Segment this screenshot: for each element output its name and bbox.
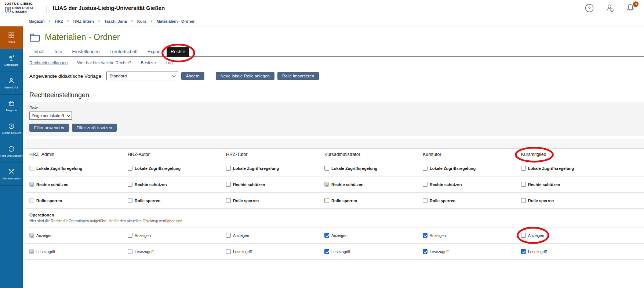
permission-label: Lokale Zugriffsregelung — [36, 166, 82, 171]
permission-label: Rolle sperren — [331, 198, 357, 203]
permission-label: Anzeigen — [430, 233, 446, 238]
checkbox-anzeigen-kursadministrator[interactable] — [324, 233, 329, 238]
checkbox-lesezugriff-kurstutor[interactable] — [423, 249, 427, 254]
subtab-wer-hat-hier-welche-rechte[interactable]: Wer hat hier welche Rechte? — [77, 61, 131, 65]
filter-apply-button[interactable]: Filter anwenden — [29, 124, 69, 132]
checkbox-group: Lokale Zugriffsregelung — [29, 166, 82, 171]
checkbox-lesezugriff-kursmitglied[interactable] — [521, 249, 526, 254]
permission-row-lesezugriff: LesezugriffLesezugriffLesezugriffLesezug… — [26, 244, 644, 260]
sidebar-item-magazin[interactable]: Magazin — [0, 95, 23, 117]
filter-reset-button[interactable]: Filter zurücksetzen — [72, 124, 117, 132]
checkbox-rolle-sperren-kurstutor[interactable] — [423, 198, 427, 203]
tab-label: Export — [148, 49, 161, 54]
tab-inhalt[interactable]: Inhalt — [29, 47, 49, 56]
tab-label: Info — [55, 49, 62, 54]
tab-lernfortschritt[interactable]: Lernfortschritt — [106, 47, 142, 56]
permission-row-anzeigen: AnzeigenAnzeigenAnzeigenAnzeigenAnzeigen… — [26, 227, 644, 244]
permission-cell: Lesezugriff — [128, 249, 226, 254]
change-template-button[interactable]: Ändern — [181, 72, 204, 80]
sidebar-item-label: Dashboard — [4, 63, 18, 66]
checkbox-group: Anzeigen — [521, 233, 544, 238]
checkbox-rechte-schützen-hrz-tutor[interactable] — [226, 182, 231, 187]
sidebar-item-administration[interactable]: Administration — [0, 163, 23, 186]
role-header-hrz-admin: HRZ_Admin — [29, 152, 54, 157]
checkbox-lesezugriff-hrz-autor[interactable] — [128, 249, 132, 254]
checkbox-lokale-zugriffsregelung-kurstutor[interactable] — [423, 166, 427, 171]
checkbox-group: Lokale Zugriffsregelung — [521, 166, 574, 171]
new-local-role-button[interactable]: Neue lokale Rolle anlegen — [216, 72, 274, 80]
checkbox-rechte-schützen-hrz-autor[interactable] — [128, 182, 132, 187]
breadcrumb-item-magazin[interactable]: Magazin — [29, 19, 44, 23]
checkbox-group: Lesezugriff — [226, 249, 252, 254]
checkbox-rechte-schützen-hrz-admin — [29, 182, 34, 187]
sidebar-item-zuletzt-besucht[interactable]: Zuletzt besucht — [0, 117, 23, 140]
sidebar-item-label: Tools — [8, 40, 15, 44]
checkbox-group: Lesezugriff — [324, 249, 350, 254]
folder-icon — [29, 33, 40, 42]
user-account-icon[interactable] — [605, 3, 615, 13]
permission-label: Lokale Zugriffsregelung — [233, 166, 279, 171]
breadcrumb-separator: > — [150, 19, 153, 23]
permission-cell: Rolle sperren — [29, 198, 128, 203]
checkbox-rolle-sperren-hrz-admin — [29, 198, 34, 203]
subtab-log[interactable]: Log — [165, 61, 172, 65]
checkbox-rechte-schützen-kursmitglied[interactable] — [521, 182, 526, 187]
permission-label: Rechte schützen — [528, 182, 560, 187]
app-title: ILIAS der Justus-Liebig-Universität Gieß… — [53, 5, 165, 11]
checkbox-anzeigen-kursmitglied[interactable] — [521, 233, 526, 238]
help-icon[interactable]: ? — [585, 3, 594, 13]
checkbox-group: Rechte schützen — [128, 182, 167, 187]
permission-cell: Rolle sperren — [226, 198, 324, 203]
notifications-bell-icon[interactable]: 3 — [626, 3, 635, 13]
breadcrumb-item-hrz-intern[interactable]: HRZ Intern — [73, 19, 94, 23]
subtab-rechteeinstellungen[interactable]: Rechteeinstellungen — [29, 61, 68, 65]
permission-label: Rolle sperren — [135, 198, 160, 203]
checkbox-anzeigen-hrz-autor[interactable] — [128, 233, 132, 238]
university-shield-icon — [5, 7, 11, 14]
sidebar-item-dashboard[interactable]: Dashboard — [0, 49, 23, 72]
checkbox-lokale-zugriffsregelung-kursmitglied[interactable] — [521, 166, 526, 171]
permission-label: Anzeigen — [135, 233, 151, 238]
role-filter-select[interactable]: Zeige nur lokale Rolle — [29, 112, 72, 120]
tab-einstellungen[interactable]: Einstellungen — [68, 47, 103, 56]
sidebar-item-tools[interactable]: Tools — [0, 26, 23, 49]
breadcrumb-item-kurs[interactable]: Kurs — [137, 19, 146, 23]
subtab-besitzer[interactable]: Besitzer — [141, 61, 156, 65]
checkbox-rolle-sperren-hrz-tutor[interactable] — [226, 198, 231, 203]
role-header-row: HRZ_AdminHRZ-AutorHRZ-TutorKursadministr… — [26, 148, 644, 160]
permission-cell: Anzeigen — [423, 233, 521, 238]
permission-label: Lokale Zugriffsregelung — [331, 166, 377, 171]
tab-info[interactable]: Info — [51, 47, 66, 56]
checkbox-anzeigen-hrz-tutor[interactable] — [226, 233, 231, 238]
checkbox-lesezugriff-hrz-tutor[interactable] — [226, 249, 231, 254]
permission-cell: Rolle sperren — [521, 198, 644, 203]
permission-cell: Rechte schützen — [128, 182, 226, 187]
checkbox-lokale-zugriffsregelung-hrz-tutor[interactable] — [226, 166, 231, 171]
import-role-button[interactable]: Rolle importieren — [277, 72, 319, 80]
checkbox-rolle-sperren-kursmitglied[interactable] — [521, 198, 526, 203]
permission-cell: Anzeigen — [521, 233, 644, 238]
checkbox-lesezugriff-kursadministrator[interactable] — [324, 249, 329, 254]
didactic-template-select[interactable]: Standard — [106, 72, 178, 80]
breadcrumb-item-tasch-jana[interactable]: Tasch, Jana — [104, 19, 127, 23]
breadcrumb-item-hrz[interactable]: HRZ — [55, 19, 63, 23]
checkbox-rolle-sperren-kursadministrator[interactable] — [324, 198, 329, 203]
sidebar-item-hilfe-und-support[interactable]: ?Hilfe und Support — [0, 140, 23, 163]
checkbox-rechte-schützen-kurstutor[interactable] — [423, 182, 427, 187]
checkbox-anzeigen-kurstutor[interactable] — [423, 233, 427, 238]
checkbox-group: Lesezugriff — [423, 249, 448, 254]
permission-cell: Lesezugriff — [521, 249, 644, 254]
checkbox-group: Rechte schützen — [521, 182, 560, 187]
permission-cell: Rolle sperren — [128, 198, 226, 203]
checkbox-group: Lesezugriff — [128, 249, 153, 254]
checkbox-rolle-sperren-hrz-autor[interactable] — [128, 198, 132, 203]
sidebar-item-mein-ilias[interactable]: Mein ILIAS — [0, 72, 23, 95]
tab-rechte[interactable]: Rechte — [167, 47, 189, 56]
checkbox-lokale-zugriffsregelung-hrz-autor[interactable] — [128, 166, 132, 171]
tab-export[interactable]: Export — [143, 47, 165, 56]
breadcrumb-item-materialien-ordner[interactable]: Materialien - Ordner — [157, 19, 195, 23]
operations-description: Hier sind die Rechte für Operationen auf… — [29, 219, 644, 223]
checkbox-lokale-zugriffsregelung-kursadministrator[interactable] — [324, 166, 329, 171]
permission-label: Rechte schützen — [36, 182, 68, 187]
permission-cell: Anzeigen — [29, 233, 128, 238]
